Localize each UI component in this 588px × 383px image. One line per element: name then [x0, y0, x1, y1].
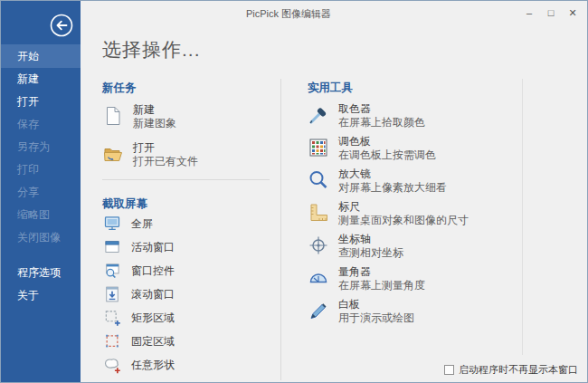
sidebar-item-new[interactable]: 新建 — [1, 68, 81, 91]
capture-heading: 截取屏幕 — [102, 196, 280, 212]
maximize-button[interactable]: □ — [540, 5, 562, 21]
window-title: PicPick 图像编辑器 — [81, 7, 497, 21]
magnifier-icon — [308, 169, 329, 191]
item-sublabel: 在屏幕上测量角度 — [338, 279, 425, 292]
capture-fullscreen-item[interactable]: 全屏 — [102, 212, 280, 235]
ruler-icon — [308, 202, 329, 224]
protractor-icon — [308, 267, 329, 289]
item-sublabel: 用于演示或绘图 — [338, 311, 414, 324]
color-picker-icon — [308, 104, 329, 126]
item-sublabel: 在屏幕上拾取颜色 — [338, 116, 425, 129]
item-label: 固定区域 — [131, 334, 175, 349]
active-window-icon — [102, 238, 122, 256]
new-tasks-heading: 新任务 — [102, 81, 280, 96]
backstage-main: 选择操作... 新任务 新建 新建图象 — [81, 26, 587, 382]
startup-option[interactable]: 启动程序时不再显示本窗口 — [444, 363, 578, 377]
capture-freeform-item[interactable]: 任意形状 — [102, 353, 280, 377]
color-palette-item[interactable]: 调色板 在调色板上按需调色 — [308, 135, 534, 161]
fullscreen-monitor-icon — [102, 215, 122, 233]
item-label: 活动窗口 — [131, 240, 175, 255]
section-separator — [102, 179, 270, 180]
magnifier-item[interactable]: 放大镜 对屏幕上像素放大细看 — [308, 168, 534, 194]
sidebar-item-options[interactable]: 程序选项 — [1, 262, 81, 284]
right-column-divider — [522, 79, 523, 355]
sidebar-item-open[interactable]: 打开 — [1, 91, 81, 113]
item-sublabel: 测量桌面对象和图像的尺寸 — [338, 214, 469, 226]
sidebar-item-start[interactable]: 开始 — [1, 44, 81, 68]
sidebar-item-thumbnail: 缩略图 — [1, 204, 81, 226]
item-label: 标尺 — [338, 200, 469, 214]
rectangle-region-icon — [102, 309, 122, 327]
new-document-icon — [102, 105, 124, 127]
item-label: 滚动窗口 — [131, 287, 175, 302]
item-label: 新建 — [133, 103, 176, 117]
sidebar-nav: 开始 新建 打开 保存 另存为 打印 分享 缩略图 关闭图像 — [1, 44, 81, 249]
sidebar-item-share: 分享 — [1, 181, 81, 204]
capture-repeat-last-item[interactable]: 重复上次截取 — [102, 377, 280, 383]
capture-rectangle-item[interactable]: 矩形区域 — [102, 306, 280, 330]
left-column: 新任务 新建 新建图象 — [102, 64, 280, 383]
tools-heading: 实用工具 — [308, 81, 534, 96]
item-label: 全屏 — [131, 216, 153, 232]
startup-checkbox[interactable] — [444, 365, 454, 375]
color-palette-icon — [308, 137, 329, 158]
sidebar-item-save: 保存 — [1, 113, 81, 136]
item-sublabel: 新建图象 — [133, 117, 176, 129]
item-label: 坐标轴 — [338, 233, 403, 246]
item-sublabel: 在调色板上按需调色 — [338, 148, 436, 161]
sidebar-footer: 程序选项 关于 — [1, 262, 81, 307]
backstage-sidebar: 开始 新建 打开 保存 另存为 打印 分享 缩略图 关闭图像 程序选项 关于 — [1, 1, 81, 382]
back-arrow-icon — [49, 13, 74, 38]
item-sublabel: 打开已有文件 — [133, 155, 198, 168]
item-label: 矩形区域 — [131, 311, 175, 326]
open-folder-icon — [102, 143, 124, 165]
item-sublabel: 对屏幕上像素放大细看 — [338, 181, 447, 194]
new-image-item[interactable]: 新建 新建图象 — [102, 103, 280, 134]
open-file-item[interactable]: 打开 打开已有文件 — [102, 141, 280, 172]
window-controls: – □ ✕ — [518, 5, 583, 21]
capture-scrolling-window-item[interactable]: 滚动窗口 — [102, 282, 280, 306]
page-title: 选择操作... — [102, 37, 587, 62]
item-label: 打开 — [133, 141, 198, 155]
picpick-window: PicPick 图像编辑器 – □ ✕ 开始 新建 打开 保存 另存为 打印 分… — [0, 0, 588, 383]
item-label: 调色板 — [338, 135, 436, 148]
minimize-button[interactable]: – — [518, 5, 540, 21]
protractor-item[interactable]: 量角器 在屏幕上测量角度 — [308, 265, 534, 292]
whiteboard-pen-icon — [308, 300, 329, 321]
item-label: 任意形状 — [131, 358, 175, 373]
capture-active-window-item[interactable]: 活动窗口 — [102, 235, 280, 259]
title-bar: PicPick 图像编辑器 – □ ✕ — [81, 1, 587, 26]
item-label: 放大镜 — [338, 168, 447, 181]
crosshair-item[interactable]: 坐标轴 查测相对坐标 — [308, 233, 534, 259]
whiteboard-item[interactable]: 白板 用于演示或绘图 — [308, 298, 534, 324]
fixed-region-icon — [102, 332, 122, 350]
sidebar-item-print: 打印 — [1, 158, 81, 181]
sidebar-item-close-image: 关闭图像 — [1, 226, 81, 249]
ruler-item[interactable]: 标尺 测量桌面对象和图像的尺寸 — [308, 200, 534, 226]
startup-checkbox-label: 启动程序时不再显示本窗口 — [459, 363, 578, 377]
item-label: 白板 — [338, 298, 414, 311]
item-label: 量角器 — [338, 265, 425, 279]
color-picker-item[interactable]: 取色器 在屏幕上拾取颜色 — [308, 102, 534, 129]
sidebar-item-about[interactable]: 关于 — [1, 284, 81, 307]
back-button[interactable] — [49, 13, 74, 38]
item-label: 窗口控件 — [131, 263, 175, 279]
freeform-region-icon — [102, 356, 122, 374]
scrolling-window-icon — [102, 285, 122, 303]
right-column: 实用工具 取色器 在屏幕上拾取颜色 — [308, 64, 534, 383]
capture-window-control-item[interactable]: 窗口控件 — [102, 259, 280, 282]
repeat-capture-icon — [102, 379, 122, 383]
crosshair-icon — [308, 235, 329, 256]
capture-fixed-region-item[interactable]: 固定区域 — [102, 330, 280, 353]
window-control-icon — [102, 262, 122, 280]
sidebar-item-save-as: 另存为 — [1, 136, 81, 158]
item-label: 取色器 — [338, 102, 425, 116]
close-button[interactable]: ✕ — [562, 5, 583, 21]
column-divider — [280, 79, 281, 380]
item-sublabel: 查测相对坐标 — [338, 246, 403, 259]
